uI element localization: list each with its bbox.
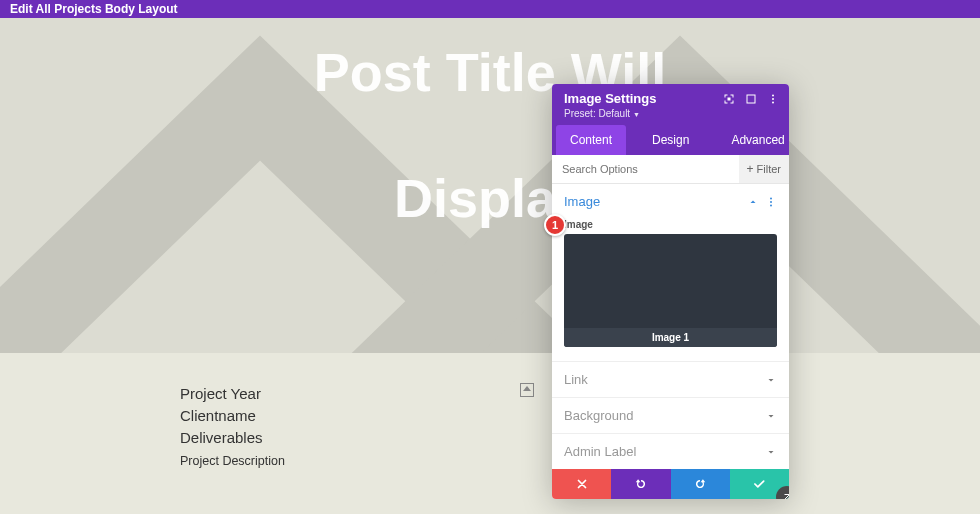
- tabs: Content Design Advanced: [552, 125, 789, 155]
- chevron-down-icon[interactable]: [765, 374, 777, 386]
- section-image-icons: [747, 196, 777, 208]
- section-background-head[interactable]: Background: [552, 398, 789, 433]
- undo-icon: [634, 477, 648, 491]
- tab-design[interactable]: Design: [638, 125, 703, 155]
- broken-image-icon: [520, 383, 534, 397]
- tab-content[interactable]: Content: [556, 125, 626, 155]
- panel-preset[interactable]: Preset: Default ▼: [564, 106, 779, 123]
- focus-icon[interactable]: [723, 93, 735, 105]
- top-bar-title: Edit All Projects Body Layout: [10, 2, 178, 16]
- svg-point-6: [770, 201, 772, 203]
- plus-icon: +: [747, 163, 754, 175]
- panel-header[interactable]: Image Settings Preset: Default ▼: [552, 84, 789, 125]
- section-image: Image Image Image 1: [552, 184, 789, 362]
- redo-button[interactable]: [671, 469, 730, 499]
- section-admin-title: Admin Label: [564, 444, 636, 459]
- svg-point-7: [770, 204, 772, 206]
- expand-icon[interactable]: [745, 93, 757, 105]
- meta-year: Project Year: [180, 383, 520, 405]
- svg-point-2: [772, 94, 774, 96]
- chevron-down-icon[interactable]: [765, 446, 777, 458]
- tab-advanced[interactable]: Advanced: [717, 125, 789, 155]
- cancel-button[interactable]: [552, 469, 611, 499]
- section-link-head[interactable]: Link: [552, 362, 789, 397]
- svg-rect-1: [747, 95, 755, 103]
- svg-rect-0: [728, 97, 731, 100]
- resize-icon: [781, 491, 789, 499]
- check-icon: [752, 477, 766, 491]
- kebab-icon[interactable]: [765, 196, 777, 208]
- svg-point-4: [772, 101, 774, 103]
- meta-client: Clientname: [180, 405, 520, 427]
- hero-title-line2: Display: [0, 166, 980, 231]
- hero-title-line1: Post Title Will: [0, 40, 980, 105]
- svg-point-5: [770, 197, 772, 199]
- section-admin-head[interactable]: Admin Label: [552, 434, 789, 469]
- search-row: + Filter: [552, 155, 789, 184]
- annotation-badge-1: 1: [544, 214, 566, 236]
- content-row: Project Year Clientname Deliverables Pro…: [0, 353, 980, 468]
- svg-point-3: [772, 98, 774, 100]
- close-icon: [575, 477, 589, 491]
- image-slot[interactable]: Image 1: [564, 234, 777, 347]
- section-admin: Admin Label: [552, 434, 789, 469]
- section-image-head[interactable]: Image: [552, 184, 789, 219]
- top-bar: Edit All Projects Body Layout: [0, 0, 980, 18]
- image-field-label: Image: [552, 219, 789, 234]
- panel-header-icons: [723, 93, 779, 105]
- kebab-icon[interactable]: [767, 93, 779, 105]
- section-image-title: Image: [564, 194, 600, 209]
- section-link-title: Link: [564, 372, 588, 387]
- meta-description: Project Description: [180, 454, 520, 468]
- hero: Post Title Will Display: [0, 18, 980, 353]
- meta-column: Project Year Clientname Deliverables Pro…: [180, 383, 520, 468]
- undo-button[interactable]: [611, 469, 670, 499]
- section-background-title: Background: [564, 408, 633, 423]
- panel-footer: [552, 469, 789, 499]
- chevron-down-icon[interactable]: [765, 410, 777, 422]
- redo-icon: [693, 477, 707, 491]
- chevron-up-icon[interactable]: [747, 196, 759, 208]
- meta-deliverables: Deliverables: [180, 427, 520, 449]
- panel-title: Image Settings: [564, 91, 656, 106]
- search-input[interactable]: [552, 155, 739, 183]
- filter-button[interactable]: + Filter: [739, 155, 789, 183]
- section-link: Link: [552, 362, 789, 398]
- filter-label: Filter: [757, 163, 781, 175]
- settings-panel: Image Settings Preset: Default ▼ Content…: [552, 84, 789, 499]
- image-caption: Image 1: [564, 328, 777, 347]
- section-background: Background: [552, 398, 789, 434]
